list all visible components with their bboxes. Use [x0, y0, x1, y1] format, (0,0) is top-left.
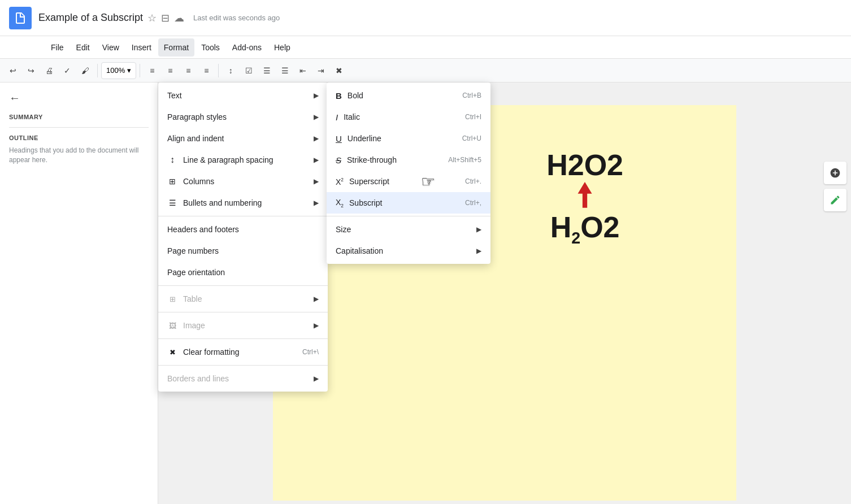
- toolbar: ↩ ↪ 🖨 ✓ 🖌 100% ▾ ≡ ≡ ≡ ≡ ↕ ☑ ☰ ☰ ⇤ ⇥ ✖: [0, 59, 851, 82]
- increase-indent-button[interactable]: ⇥: [312, 62, 329, 79]
- doc-icon: [9, 7, 32, 29]
- back-arrow[interactable]: ←: [9, 92, 149, 105]
- folder-icon[interactable]: ⊟: [161, 12, 170, 24]
- subscript-icon: X2: [336, 198, 344, 208]
- subscript-label: Subscript: [349, 198, 459, 207]
- align-left-button[interactable]: ≡: [144, 62, 160, 79]
- align-right-button[interactable]: ≡: [180, 62, 197, 79]
- format-menu: Text ▶ Paragraph styles ▶ Align and inde…: [158, 82, 328, 392]
- clear-formatting-label: Clear formatting: [183, 347, 240, 357]
- format-menu-align[interactable]: Align and indent ▶: [158, 128, 328, 149]
- text-sub-capitalisation[interactable]: Capitalisation ▶: [327, 240, 490, 262]
- menu-view[interactable]: View: [97, 38, 125, 57]
- summary-label: SUMMARY: [9, 114, 149, 120]
- columns-icon: ⊞: [167, 176, 177, 186]
- menu-edit[interactable]: Edit: [71, 38, 95, 57]
- strikethrough-icon: S: [336, 155, 341, 165]
- doc-title-area: Example of a Subscript ☆ ⊟ ☁ Last edit w…: [38, 12, 842, 24]
- suggest-edit-button[interactable]: [824, 189, 846, 211]
- superscript-shortcut: Ctrl+.: [465, 177, 481, 185]
- cloud-icon[interactable]: ☁: [174, 12, 184, 24]
- size-chevron-icon: ▶: [476, 225, 481, 233]
- format-menu-image[interactable]: 🖼 Image ▶: [158, 315, 328, 336]
- strikethrough-shortcut: Alt+Shift+5: [448, 156, 481, 164]
- text-sep-1: [327, 216, 490, 216]
- toolbar-sep-1: [97, 64, 98, 77]
- align-label: Align and indent: [167, 134, 224, 143]
- columns-chevron-icon: ▶: [314, 177, 319, 185]
- format-sep-5: [158, 365, 328, 366]
- format-menu-clear-formatting[interactable]: ✖ Clear formatting Ctrl+\: [158, 341, 328, 363]
- clear-format-button[interactable]: ✖: [331, 62, 348, 79]
- format-sep-3: [158, 312, 328, 312]
- zoom-chevron: ▾: [127, 66, 131, 75]
- print-button[interactable]: 🖨: [41, 62, 58, 79]
- text-sub-size[interactable]: Size ▶: [327, 219, 490, 240]
- arrow-down: [546, 182, 623, 210]
- spellcheck-button[interactable]: ✓: [59, 62, 76, 79]
- bullets-icon: ☰: [167, 198, 177, 208]
- headers-label: Headers and footers: [167, 225, 239, 234]
- menu-format[interactable]: Format: [158, 38, 194, 57]
- table-label: Table: [183, 294, 202, 303]
- justify-button[interactable]: ≡: [198, 62, 215, 79]
- zoom-control[interactable]: 100% ▾: [101, 62, 136, 79]
- sidebar: ← SUMMARY OUTLINE Headings that you add …: [0, 82, 158, 504]
- format-menu-line-spacing[interactable]: ↕ Line & paragraph spacing ▶: [158, 149, 328, 171]
- text-sub-strikethrough[interactable]: S Strike-through Alt+Shift+5: [327, 149, 490, 171]
- svg-marker-0: [578, 182, 592, 208]
- format-sep-1: [158, 216, 328, 216]
- text-chevron-icon: ▶: [314, 92, 319, 99]
- h2o2-display: H2O2 H2O2: [546, 150, 623, 246]
- format-menu-paragraph-styles[interactable]: Paragraph styles ▶: [158, 106, 328, 128]
- side-actions: [824, 162, 846, 211]
- add-comment-button[interactable]: [824, 162, 846, 184]
- menu-insert[interactable]: Insert: [126, 38, 157, 57]
- clear-format-shortcut: Ctrl+\: [302, 348, 319, 356]
- format-menu-table[interactable]: ⊞ Table ▶: [158, 288, 328, 310]
- image-label: Image: [183, 321, 205, 330]
- line-spacing-label: Line & paragraph spacing: [183, 155, 273, 164]
- subscript-shortcut: Ctrl+,: [465, 199, 481, 207]
- italic-icon: I: [336, 112, 338, 122]
- text-sub-underline[interactable]: U Underline Ctrl+U: [327, 128, 490, 149]
- toolbar-sep-3: [218, 64, 219, 77]
- redo-button[interactable]: ↪: [23, 62, 40, 79]
- text-sub-bold[interactable]: B Bold Ctrl+B: [327, 85, 490, 106]
- format-menu-headers[interactable]: Headers and footers: [158, 219, 328, 240]
- numbered-list-button[interactable]: ☰: [276, 62, 293, 79]
- strikethrough-label: Strike-through: [347, 155, 442, 164]
- format-text-label: Text: [167, 91, 182, 100]
- text-sub-italic[interactable]: I Italic Ctrl+I: [327, 106, 490, 128]
- italic-shortcut: Ctrl+I: [465, 113, 481, 121]
- paint-format-button[interactable]: 🖌: [77, 62, 94, 79]
- decrease-indent-button[interactable]: ⇤: [294, 62, 311, 79]
- bullet-list-button[interactable]: ☰: [258, 62, 275, 79]
- star-icon[interactable]: ☆: [147, 12, 157, 24]
- format-menu-bullets[interactable]: ☰ Bullets and numbering ▶: [158, 192, 328, 214]
- menu-tools[interactable]: Tools: [196, 38, 225, 57]
- image-icon: 🖼: [167, 320, 177, 331]
- para-chevron-icon: ▶: [314, 113, 319, 121]
- format-menu-borders[interactable]: Borders and lines ▶: [158, 368, 328, 389]
- menu-file[interactable]: File: [45, 38, 70, 57]
- formula-after: H2O2: [546, 212, 623, 246]
- align-chevron-icon: ▶: [314, 134, 319, 142]
- format-menu-page-numbers[interactable]: Page numbers: [158, 240, 328, 262]
- menu-help[interactable]: Help: [268, 38, 296, 57]
- checklist-button[interactable]: ☑: [240, 62, 257, 79]
- line-spacing-button[interactable]: ↕: [222, 62, 239, 79]
- sidebar-divider-1: [9, 127, 149, 128]
- doc-title[interactable]: Example of a Subscript: [38, 12, 143, 24]
- page-orientation-label: Page orientation: [167, 268, 225, 277]
- format-menu-text[interactable]: Text ▶: [158, 85, 328, 106]
- menu-addons[interactable]: Add-ons: [227, 38, 267, 57]
- text-sub-superscript[interactable]: X2 Superscript Ctrl+.: [327, 171, 490, 192]
- text-sub-subscript[interactable]: X2 Subscript Ctrl+,: [327, 192, 490, 214]
- undo-button[interactable]: ↩: [5, 62, 21, 79]
- format-menu-page-orientation[interactable]: Page orientation: [158, 262, 328, 283]
- align-center-button[interactable]: ≡: [162, 62, 179, 79]
- format-menu-columns[interactable]: ⊞ Columns ▶: [158, 171, 328, 192]
- columns-label: Columns: [183, 177, 214, 186]
- borders-label: Borders and lines: [167, 374, 229, 383]
